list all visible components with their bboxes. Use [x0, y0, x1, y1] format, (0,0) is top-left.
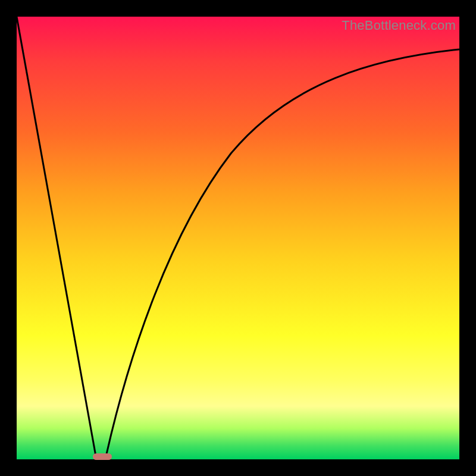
bottleneck-curve: [17, 17, 459, 459]
min-marker: [93, 453, 112, 460]
watermark-text: TheBottleneck.com: [342, 18, 456, 33]
plot-area: TheBottleneck.com: [17, 17, 459, 459]
chart-frame: TheBottleneck.com: [0, 0, 476, 476]
curve-left: [17, 17, 96, 459]
curve-right: [105, 49, 459, 459]
